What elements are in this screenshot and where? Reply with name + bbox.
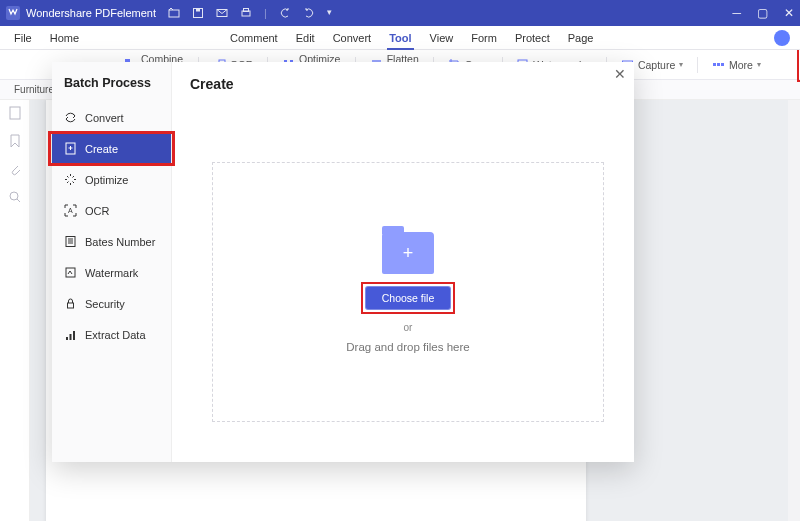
- ocr2-icon: A: [64, 204, 77, 217]
- chevron-down-icon: ▾: [679, 60, 683, 69]
- optimize2-icon: [64, 173, 77, 186]
- svg-rect-2: [196, 9, 200, 12]
- modal-sidebar-title: Batch Process: [52, 70, 171, 102]
- undo-icon[interactable]: [279, 7, 291, 19]
- svg-rect-24: [10, 107, 20, 119]
- quick-access-toolbar: | ▾: [168, 7, 332, 19]
- extract-icon: [64, 328, 77, 341]
- tab-convert[interactable]: Convert: [333, 32, 372, 44]
- svg-rect-32: [70, 334, 72, 340]
- sidebar-item-extract-data[interactable]: Extract Data: [52, 319, 171, 350]
- chevron-down-icon: ▾: [757, 60, 761, 69]
- dropzone[interactable]: + Choose file or Drag and drop files her…: [212, 162, 604, 422]
- svg-rect-31: [66, 337, 68, 340]
- svg-rect-30: [68, 303, 74, 308]
- open-icon[interactable]: [168, 7, 180, 19]
- titlebar: Wondershare PDFelement | ▾ ─ ▢ ✕: [0, 0, 800, 26]
- tab-form[interactable]: Form: [471, 32, 497, 44]
- tab-tool[interactable]: Tool: [389, 32, 411, 44]
- bates-icon: [64, 235, 77, 248]
- save-icon[interactable]: [192, 7, 204, 19]
- modal-close-icon[interactable]: ✕: [614, 66, 626, 82]
- svg-text:A: A: [68, 207, 73, 214]
- security-icon: [64, 297, 77, 310]
- print-icon[interactable]: [240, 7, 252, 19]
- svg-rect-19: [713, 63, 716, 66]
- vertical-scrollbar[interactable]: [788, 100, 800, 521]
- chevron-down-icon[interactable]: ▾: [327, 7, 332, 19]
- tab-page[interactable]: Page: [568, 32, 594, 44]
- sidebar-item-convert[interactable]: Convert: [52, 102, 171, 133]
- mail-icon[interactable]: [216, 7, 228, 19]
- app-title: Wondershare PDFelement: [26, 7, 156, 19]
- sidebar-item-bates-number[interactable]: Bates Number: [52, 226, 171, 257]
- svg-rect-20: [717, 63, 720, 66]
- app-logo-icon: [6, 6, 20, 20]
- attachment-icon[interactable]: [8, 162, 22, 176]
- minimize-icon[interactable]: ─: [732, 6, 741, 20]
- modal-main: ✕ Create + Choose file or Drag and drop …: [172, 62, 634, 462]
- svg-rect-21: [721, 63, 724, 66]
- bookmark-icon[interactable]: [8, 134, 22, 148]
- dropzone-or: or: [404, 322, 413, 333]
- sidebar-item-create[interactable]: Create: [52, 133, 171, 164]
- folder-plus-icon: +: [382, 232, 434, 274]
- tab-protect[interactable]: Protect: [515, 32, 550, 44]
- create-icon: [64, 142, 77, 155]
- svg-point-25: [10, 192, 18, 200]
- left-toolbox: [0, 100, 30, 521]
- dropzone-hint: Drag and drop files here: [346, 341, 469, 353]
- modal-sidebar: Batch Process ConvertCreateOptimizeAOCRB…: [52, 62, 172, 462]
- convert-icon: [64, 111, 77, 124]
- menu-file[interactable]: File: [14, 32, 32, 44]
- modal-heading: Create: [190, 76, 616, 92]
- batch-process-modal: Batch Process ConvertCreateOptimizeAOCRB…: [52, 62, 634, 462]
- tab-view[interactable]: View: [430, 32, 454, 44]
- sidebar-item-security[interactable]: Security: [52, 288, 171, 319]
- search-icon[interactable]: [8, 190, 22, 204]
- more-button[interactable]: More ▾: [708, 56, 765, 73]
- watermark2-icon: [64, 266, 77, 279]
- maximize-icon[interactable]: ▢: [757, 6, 768, 20]
- menu-home[interactable]: Home: [50, 32, 79, 44]
- user-avatar-icon[interactable]: [774, 30, 790, 46]
- svg-rect-5: [244, 9, 249, 12]
- sidebar-item-optimize[interactable]: Optimize: [52, 164, 171, 195]
- close-icon[interactable]: ✕: [784, 6, 794, 20]
- more-icon: [712, 58, 725, 71]
- sidebar-item-ocr[interactable]: AOCR: [52, 195, 171, 226]
- svg-rect-33: [73, 331, 75, 340]
- choose-file-button[interactable]: Choose file: [365, 286, 452, 310]
- svg-rect-0: [169, 10, 179, 17]
- tab-comment[interactable]: Comment: [230, 32, 278, 44]
- tab-edit[interactable]: Edit: [296, 32, 315, 44]
- sidebar-item-watermark[interactable]: Watermark: [52, 257, 171, 288]
- thumbnails-icon[interactable]: [8, 106, 22, 120]
- menubar: File Home CommentEditConvertToolViewForm…: [0, 26, 800, 50]
- redo-icon[interactable]: [303, 7, 315, 19]
